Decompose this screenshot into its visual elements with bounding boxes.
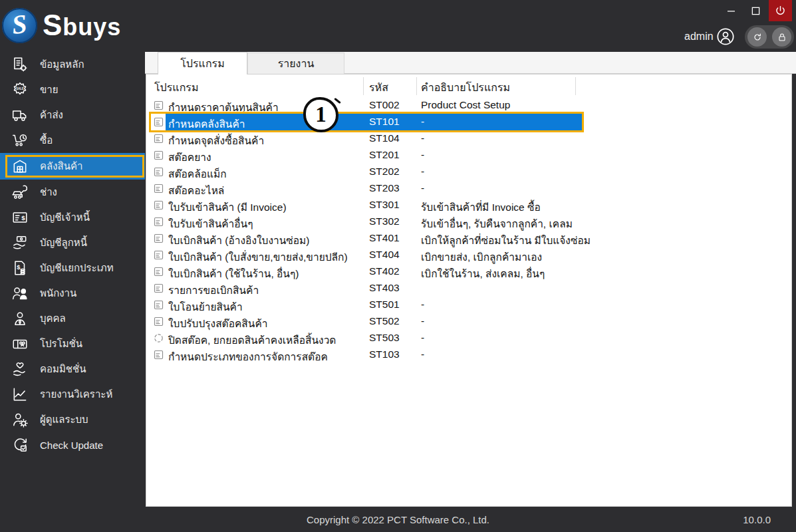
sidebar-item-employees[interactable]: พนักงาน xyxy=(0,281,145,306)
row-program-description: - xyxy=(421,299,424,311)
column-header-program[interactable]: โปรแกรม xyxy=(154,79,198,96)
table-row-ST203[interactable]: สต๊อคอะไหล่ ST203 - xyxy=(151,180,582,197)
row-program-code: ST502 xyxy=(369,315,400,327)
person-gear-icon xyxy=(11,410,29,429)
table-row-ST103[interactable]: กำหนดประเภทของการจัดการสต๊อค ST103 - xyxy=(151,346,582,363)
row-program-description: - xyxy=(421,132,424,144)
tab-strip: โปรแกรม รายงาน xyxy=(145,52,796,74)
form-icon xyxy=(153,116,164,128)
form-icon xyxy=(153,150,164,161)
sidebar-item-label: ขาย xyxy=(40,82,58,98)
form-icon xyxy=(153,266,164,277)
table-row-ST101[interactable]: กำหนดคลังสินค้า ST101 - xyxy=(151,114,582,130)
row-program-code: ST104 xyxy=(369,132,400,144)
table-row-ST002[interactable]: กำหนดราคาต้นทุนสินค้า ST002 Product Cost… xyxy=(151,97,582,114)
column-header-code[interactable]: รหัส xyxy=(369,79,388,96)
sidebar-item-label: บัญชีแยกประเภท xyxy=(40,260,114,276)
sidebar-item-accounts-payable[interactable]: $ บัญชีเจ้าหนี้ xyxy=(0,205,145,230)
row-program-description: - xyxy=(421,149,424,161)
table-row-ST404[interactable]: ใบเบิกสินค้า (ใบสั่งขาย,ขายส่ง,ขายปลีก) … xyxy=(151,247,582,263)
gift-coupon-icon xyxy=(11,334,29,353)
sidebar-item-label: พนักงาน xyxy=(40,285,76,301)
sidebar-item-sale[interactable]: SALE ขาย xyxy=(0,77,145,102)
sidebar-item-mechanic[interactable]: ช่าง xyxy=(0,180,145,205)
form-icon xyxy=(153,200,164,211)
tab-report[interactable]: รายงาน xyxy=(247,53,344,74)
table-row-ST202[interactable]: สต๊อคล้อแม็ก ST202 - xyxy=(151,164,582,180)
copyright-text: Copyright © 2022 PCT Software Co., Ltd. xyxy=(0,507,796,532)
cycle-icon xyxy=(153,332,164,344)
sidebar-item-commission[interactable]: คอมมิชชั่น xyxy=(0,356,145,382)
row-program-code: ST202 xyxy=(369,166,400,178)
form-icon xyxy=(153,316,164,327)
sidebar-item-master-data[interactable]: ข้อมูลหลัก xyxy=(0,52,145,77)
minimize-button[interactable] xyxy=(720,0,742,21)
row-program-description: - xyxy=(421,116,424,128)
line-chart-icon xyxy=(11,385,29,404)
row-program-code: ST404 xyxy=(369,249,400,261)
form-icon xyxy=(153,216,164,227)
program-table: กำหนดราคาต้นทุนสินค้า ST002 Product Cost… xyxy=(145,97,610,363)
sidebar-item-accounts-receivable[interactable]: บัญชีลูกหนี้ xyxy=(0,230,145,255)
car-wrench-icon xyxy=(11,183,29,201)
titlebar: S Sbuys admin xyxy=(0,0,796,52)
row-program-description: - xyxy=(421,182,424,194)
table-row-ST104[interactable]: กำหนดจุดสั่งซื้อสินค้า ST104 - xyxy=(151,130,582,147)
version-text: 10.0.0 xyxy=(743,507,771,532)
power-close-button[interactable] xyxy=(769,0,792,21)
table-row-ST502[interactable]: ใบปรับปรุงสต๊อคสินค้า ST502 - xyxy=(151,313,582,330)
sidebar-item-label: รายงานวิเคราะห์ xyxy=(40,386,112,402)
row-program-code: ST002 xyxy=(369,99,400,111)
sidebar-item-promotion[interactable]: โปรโมชั่น xyxy=(0,331,145,356)
purchase-cart-icon xyxy=(11,131,29,150)
table-row-ST503[interactable]: ปิดสต๊อค, ยกยอดสินค้าคงเหลือสิ้นงวด ST50… xyxy=(151,330,582,346)
column-header-description[interactable]: คำอธิบายโปรแกรม xyxy=(421,79,510,96)
sidebar-item-purchase[interactable]: ซื้อ xyxy=(0,128,145,153)
row-program-code: ST402 xyxy=(369,265,400,277)
user-avatar-icon[interactable] xyxy=(716,27,735,46)
table-header: โปรแกรม รหัส คำอธิบายโปรแกรม xyxy=(145,76,584,96)
sidebar-item-administrator[interactable]: ผู้ดูแลระบบ xyxy=(0,407,145,432)
ledger-doc-icon: $ xyxy=(11,259,29,277)
table-row-ST201[interactable]: สต๊อคยาง ST201 - xyxy=(151,147,582,164)
sidebar-item-warehouse[interactable]: คลังสินค้า xyxy=(0,153,145,180)
svg-text:$: $ xyxy=(21,214,25,221)
sidebar-item-wholesale[interactable]: ค้าส่ง xyxy=(0,102,145,128)
sidebar-item-person[interactable]: บุคคล xyxy=(0,306,145,331)
row-program-code: ST403 xyxy=(369,282,400,294)
row-program-code: ST201 xyxy=(369,149,400,161)
table-row-ST402[interactable]: ใบเบิกสินค้า (ใช้ในร้าน, อื่นๆ) ST402 เบ… xyxy=(151,263,582,280)
svg-text:$: $ xyxy=(17,264,20,271)
sidebar-item-label: บัญชีลูกหนี้ xyxy=(40,235,87,251)
tab-program[interactable]: โปรแกรม xyxy=(158,52,247,74)
sale-badge-icon: SALE xyxy=(11,80,29,99)
logged-in-user: admin xyxy=(684,31,714,43)
sidebar-item-label: คอมมิชชั่น xyxy=(40,361,86,377)
delivery-truck-icon xyxy=(11,106,29,124)
row-program-name: กำหนดประเภทของการจัดการสต๊อค xyxy=(168,348,328,365)
table-row-ST302[interactable]: ใบรับเข้าสินค้าอื่นๆ ST302 รับเข้าอื่นๆ,… xyxy=(151,213,582,230)
hand-money-icon xyxy=(11,233,29,252)
form-icon xyxy=(153,349,164,360)
table-row-ST501[interactable]: ใบโอนย้ายสินค้า ST501 - xyxy=(151,297,582,313)
app-logo-icon: S xyxy=(2,8,37,43)
refresh-button[interactable] xyxy=(747,27,767,47)
annotation-step-circle: 1 xyxy=(303,97,338,132)
table-row-ST301[interactable]: ใบรับเข้าสินค้า (มี Invoice) ST301 รับเข… xyxy=(151,197,582,213)
sidebar-item-check-update[interactable]: Check Update xyxy=(0,432,145,458)
row-program-code: ST302 xyxy=(369,215,400,227)
row-program-code: ST401 xyxy=(369,232,400,244)
lock-button[interactable] xyxy=(772,27,791,47)
column-separator xyxy=(363,77,364,95)
maximize-button[interactable] xyxy=(745,0,767,21)
quick-actions-group xyxy=(745,25,794,49)
row-program-description: - xyxy=(421,332,424,344)
table-row-ST401[interactable]: ใบเบิกสินค้า (อ้างอิงใบงานซ่อม) ST401 เบ… xyxy=(151,230,582,247)
sidebar-item-analytics-report[interactable]: รายงานวิเคราะห์ xyxy=(0,382,145,407)
column-separator xyxy=(575,77,576,95)
column-separator xyxy=(416,77,417,95)
sidebar-item-general-ledger[interactable]: $ บัญชีแยกประเภท xyxy=(0,255,145,281)
form-icon xyxy=(153,133,164,144)
table-row-ST403[interactable]: รายการขอเบิกสินค้า ST403 xyxy=(151,280,582,297)
hand-heart-icon xyxy=(11,360,29,378)
